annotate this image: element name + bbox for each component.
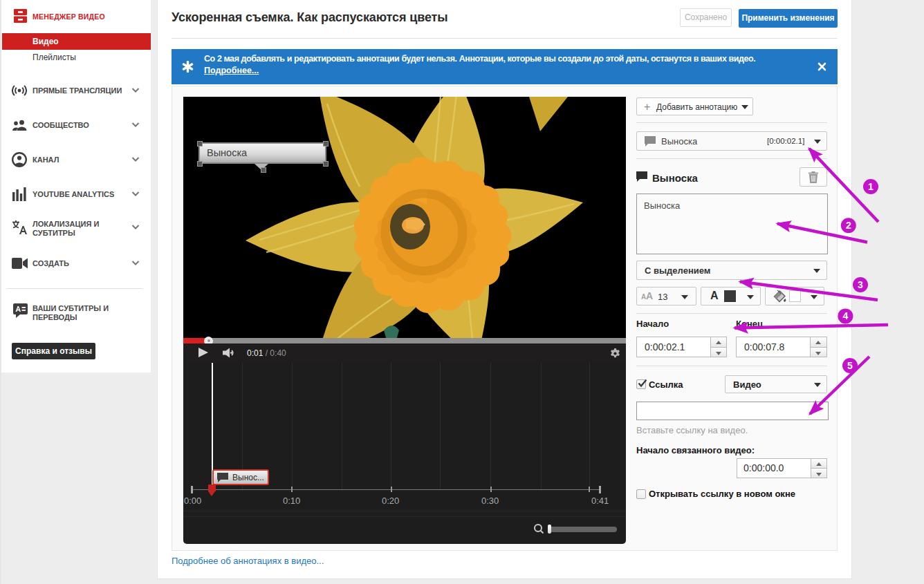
svg-text:3: 3 [858,279,863,290]
svg-text:1: 1 [868,181,874,192]
